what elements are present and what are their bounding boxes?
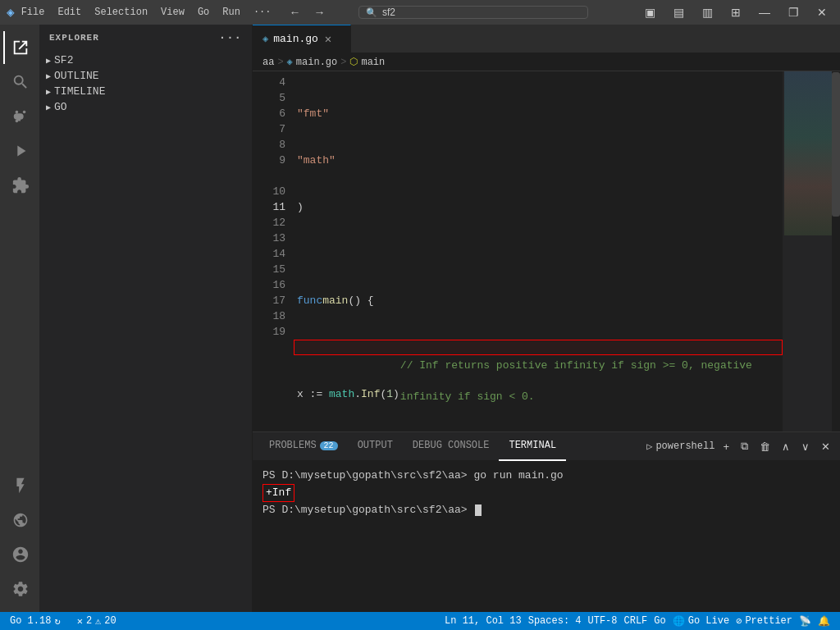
search-bar[interactable]: 🔍	[358, 6, 588, 19]
activity-extensions[interactable]	[3, 169, 36, 202]
new-terminal-button[interactable]: +	[719, 439, 733, 454]
layout-button-4[interactable]: ⊞	[724, 4, 747, 21]
close-button[interactable]: ✕	[810, 4, 833, 21]
activity-bottom	[3, 469, 36, 605]
breadcrumb-file[interactable]: ◈ main.go	[287, 56, 338, 68]
minimap-content	[784, 71, 832, 235]
encoding-label: UTF-8	[588, 615, 618, 627]
menu-edit[interactable]: Edit	[57, 7, 81, 18]
breadcrumb-main[interactable]: ⬡ main	[349, 56, 385, 68]
terminal-prompt-2: PS D:\mysetup\gopath\src\sf2\aa>	[262, 504, 473, 516]
scrollbar-thumb[interactable]	[832, 72, 840, 217]
line-num-18: 18	[253, 308, 285, 324]
sidebar-item-timeline[interactable]: ▶ TIMELINE	[39, 84, 252, 99]
activity-explorer[interactable]	[3, 31, 36, 64]
nav-back-button[interactable]: ←	[285, 4, 306, 21]
search-input[interactable]	[382, 7, 581, 18]
status-broadcast[interactable]: 📡	[796, 615, 815, 628]
sidebar-item-outline[interactable]: ▶ OUTLINE	[39, 68, 252, 84]
spaces-label: Spaces: 4	[528, 615, 582, 627]
tab-output[interactable]: OUTPUT	[348, 432, 403, 461]
tab-filename: main.go	[273, 33, 318, 45]
sidebar-title: EXPLORER	[49, 33, 99, 43]
menu-file[interactable]: File	[21, 7, 45, 18]
tab-problems[interactable]: PROBLEMS 22	[259, 432, 348, 461]
sidebar-more-button[interactable]: ···	[219, 31, 242, 44]
tab-bar: ◈ main.go ✕	[253, 25, 840, 53]
editor-scrollbar[interactable]	[832, 71, 840, 431]
nav-forward-button[interactable]: →	[309, 4, 331, 21]
status-encoding[interactable]: UTF-8	[585, 615, 621, 627]
line-num-13: 13	[253, 231, 285, 246]
status-spaces[interactable]: Spaces: 4	[525, 615, 585, 627]
menu-run[interactable]: Run	[222, 7, 240, 18]
terminal-line-2: +Inf	[262, 484, 830, 502]
breadcrumb-sep-1: >	[277, 57, 283, 68]
line-num-12: 12	[253, 215, 285, 231]
breadcrumb-aa[interactable]: aa	[262, 57, 274, 68]
code-line-7	[294, 246, 783, 262]
code-editor[interactable]: 4 5 6 7 8 9 10 11 12 13 14 15 16 17 18	[253, 71, 840, 431]
search-icon: 🔍	[366, 7, 377, 18]
menu-selection[interactable]: Selection	[94, 7, 148, 18]
panel-close-button[interactable]: ✕	[818, 439, 833, 454]
sidebar-item-sf2[interactable]: ▶ SF2	[39, 52, 252, 68]
activity-account[interactable]	[3, 538, 36, 571]
terminal-content[interactable]: PS D:\mysetup\gopath\src\sf2\aa> go run …	[253, 461, 840, 612]
tab-debug-console[interactable]: DEBUG CONSOLE	[403, 432, 500, 461]
activity-source-control[interactable]	[3, 100, 36, 133]
timeline-arrow-icon: ▶	[46, 87, 51, 97]
outline-label: OUTLINE	[54, 70, 245, 82]
panel-up-button[interactable]: ∧	[778, 439, 793, 454]
sidebar-section: ▶ SF2 ▶ OUTLINE ▶ TIMELINE ▶ GO	[39, 51, 252, 116]
broadcast-icon: 📡	[799, 615, 811, 628]
status-errors-warnings[interactable]: ✕ 2 ⚠ 20	[74, 615, 120, 628]
layout-button-2[interactable]: ▤	[667, 4, 691, 21]
activity-test[interactable]	[3, 469, 36, 502]
status-notification[interactable]: 🔔	[815, 615, 833, 628]
status-ln-col[interactable]: Ln 11, Col 13	[441, 615, 525, 627]
delete-terminal-button[interactable]: 🗑	[756, 439, 774, 454]
terminal-prompt-1: PS D:\mysetup\gopath\src\sf2\aa> go run …	[262, 469, 564, 482]
layout-button-1[interactable]: ▣	[638, 4, 662, 21]
problems-label: PROBLEMS	[269, 440, 317, 451]
menu-go[interactable]: Go	[198, 7, 209, 18]
terminal-cursor	[475, 504, 482, 516]
layout-button-3[interactable]: ▥	[696, 4, 719, 21]
go-label: GO	[54, 101, 245, 113]
restore-button[interactable]: ❐	[782, 4, 806, 21]
activity-run-debug[interactable]	[3, 135, 36, 167]
status-line-ending[interactable]: CRLF	[621, 615, 651, 627]
activity-settings[interactable]	[3, 573, 36, 605]
split-terminal-button[interactable]: ⧉	[737, 438, 751, 454]
tab-main-go[interactable]: ◈ main.go ✕	[253, 25, 351, 53]
line-num-5: 5	[253, 90, 285, 106]
tab-close-button[interactable]: ✕	[323, 32, 333, 46]
status-go-live[interactable]: 🌐 Go Live	[669, 615, 733, 628]
activity-search[interactable]	[3, 66, 36, 98]
panel-tabs: PROBLEMS 22 OUTPUT DEBUG CONSOLE TERMINA…	[253, 432, 840, 461]
code-line-9: // Inf returns positive infinity if sign…	[294, 340, 783, 355]
code-line-5: "math"	[294, 153, 783, 168]
output-label: OUTPUT	[358, 440, 393, 451]
status-language[interactable]: Go	[651, 615, 669, 627]
status-prettier[interactable]: ⊘ Prettier	[733, 615, 796, 628]
tab-terminal[interactable]: TERMINAL	[499, 432, 566, 461]
sidebar-item-go[interactable]: ▶ GO	[39, 99, 252, 115]
line-num-19: 19	[253, 324, 285, 340]
minimize-button[interactable]: —	[752, 4, 777, 21]
outline-arrow-icon: ▶	[46, 71, 51, 81]
status-go-version[interactable]: Go 1.18 ↻	[7, 615, 64, 628]
sidebar: EXPLORER ··· ▶ SF2 ▶ OUTLINE ▶ TIMELINE …	[39, 25, 253, 612]
breadcrumb-pkg-icon: ⬡	[349, 56, 358, 68]
line-num-4: 4	[253, 75, 285, 90]
prettier-icon: ⊘	[736, 615, 742, 628]
problems-badge: 22	[320, 441, 338, 450]
terminal-type-icon: ▷	[646, 441, 652, 453]
activity-remote[interactable]	[3, 504, 36, 536]
code-content[interactable]: "fmt" "math" ) func main() { // Inf retu…	[294, 71, 783, 431]
menu-view[interactable]: View	[161, 7, 185, 18]
menu-more[interactable]: ···	[253, 7, 272, 18]
panel-down-button[interactable]: ∨	[798, 439, 813, 454]
line-num-16: 16	[253, 277, 285, 293]
